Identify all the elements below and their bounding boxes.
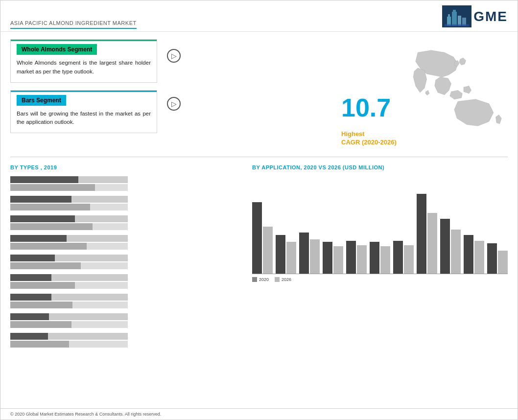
- vbar-pair-5: [370, 242, 390, 274]
- card-top-line-green: [11, 40, 157, 41]
- bar-group-7: [10, 313, 242, 330]
- vbar-2020-1: [276, 235, 285, 274]
- vbar-2020-3: [323, 242, 332, 274]
- vbar-2026-9: [474, 241, 484, 274]
- bars-card: Bars Segment Bars will be growing the fa…: [10, 90, 157, 134]
- vbar-2020-4: [346, 241, 356, 274]
- logo-icon: [445, 7, 469, 26]
- vbar-2020-2: [299, 233, 309, 274]
- cagr-value: 10.7: [341, 95, 397, 120]
- vbar-2026-4: [357, 245, 367, 274]
- vbar-2020-8: [440, 219, 450, 274]
- whole-almonds-header: Whole Almonds Segment: [17, 44, 97, 55]
- vbar-2026-7: [427, 213, 437, 274]
- bar-group-8: [10, 333, 242, 350]
- vbar-2026-10: [498, 251, 508, 274]
- cagr-label: HighestCAGR (2020-2026): [341, 130, 397, 147]
- bottom-section: BY TYPES , 2019 BY APPLICATION, 2020 VS …: [0, 157, 518, 408]
- vbar-pair-7: [417, 194, 437, 274]
- circle-arrow-1[interactable]: ▷: [167, 49, 181, 63]
- circle-arrow-2[interactable]: ▷: [167, 97, 181, 111]
- bars-text: Bars will be growing the fastest in the …: [17, 110, 151, 127]
- bar-fill-light-2: [10, 223, 93, 230]
- left-panel: Whole Almonds Segment Whole Almonds segm…: [10, 39, 157, 152]
- vbar-2026-0: [263, 227, 273, 274]
- legend-item-1: 2026: [275, 277, 291, 282]
- legend-item-0: 2020: [252, 277, 269, 282]
- vbar-pair-6: [393, 241, 414, 274]
- horizontal-bar-chart: [10, 176, 242, 352]
- vbar-2026-6: [404, 245, 414, 274]
- legend-color-0: [252, 277, 257, 282]
- bar-fill-dark-3: [10, 235, 67, 242]
- chart-legend: 20202026: [252, 277, 508, 282]
- vbar-2026-2: [310, 239, 320, 274]
- vbar-pair-1: [276, 235, 296, 274]
- vbar-pair-2: [299, 233, 320, 274]
- svg-rect-2: [452, 12, 457, 25]
- bar-fill-light-4: [10, 262, 81, 269]
- vbar-pair-8: [440, 219, 461, 274]
- map-container: 10.7 HighestCAGR (2020-2026): [341, 39, 508, 152]
- bar-fill-dark-5: [10, 274, 51, 281]
- vbar-2020-10: [487, 243, 497, 274]
- bar-group-2: [10, 215, 242, 232]
- top-section: Whole Almonds Segment Whole Almonds segm…: [0, 32, 518, 157]
- svg-rect-6: [445, 24, 469, 26]
- svg-rect-3: [453, 10, 456, 12]
- bar-fill-dark-4: [10, 255, 55, 261]
- vbar-2026-5: [380, 246, 390, 274]
- bar-fill-dark-7: [10, 313, 49, 320]
- asia-pacific-map: [380, 39, 518, 137]
- bar-group-1: [10, 196, 242, 212]
- bars-header: Bars Segment: [17, 95, 66, 106]
- bar-fill-light-8: [10, 341, 69, 348]
- bar-fill-light-6: [10, 302, 72, 308]
- whole-almonds-card: Whole Almonds Segment Whole Almonds segm…: [10, 39, 157, 83]
- bar-fill-dark-1: [10, 196, 71, 203]
- bar-group-6: [10, 294, 242, 310]
- vbar-pair-0: [252, 202, 273, 274]
- bar-fill-dark-2: [10, 215, 75, 222]
- market-title: ASIA PACIFIC ALMOND INGREDIENT MARKET: [10, 20, 137, 29]
- card-top-line-blue: [11, 91, 157, 92]
- vbar-2020-5: [370, 242, 379, 274]
- logo-box: [442, 5, 471, 27]
- vbar-2020-7: [417, 194, 426, 274]
- header: ASIA PACIFIC ALMOND INGREDIENT MARKET GM…: [0, 0, 518, 32]
- bar-group-3: [10, 235, 242, 252]
- bar-fill-light-1: [10, 204, 90, 210]
- header-title-area: ASIA PACIFIC ALMOND INGREDIENT MARKET: [10, 5, 137, 29]
- bar-fill-light-7: [10, 321, 71, 328]
- vbar-pair-4: [346, 241, 367, 274]
- bar-group-5: [10, 274, 242, 291]
- bar-fill-dark-8: [10, 333, 48, 340]
- vbar-pair-10: [487, 243, 508, 274]
- bar-fill-light-3: [10, 243, 87, 250]
- bar-group-4: [10, 255, 242, 271]
- legend-label-0: 2020: [259, 277, 269, 282]
- types-chart-section: BY TYPES , 2019: [10, 164, 242, 403]
- vbar-pair-9: [464, 235, 484, 274]
- vbar-2026-8: [451, 230, 461, 274]
- vbar-2026-3: [333, 246, 343, 274]
- footer: © 2020 Global Market Estimates Research …: [0, 408, 518, 420]
- bar-fill-light-0: [10, 184, 95, 191]
- footer-text: © 2020 Global Market Estimates Research …: [10, 412, 161, 417]
- whole-almonds-text: Whole Almonds segment is the largest sha…: [17, 59, 151, 76]
- vbar-pair-3: [323, 242, 343, 274]
- svg-rect-1: [448, 14, 450, 17]
- vertical-bar-chart: [252, 176, 508, 274]
- bar-fill-light-5: [10, 282, 75, 289]
- application-chart-title: BY APPLICATION, 2020 VS 2026 (USD MILLIO…: [252, 164, 508, 170]
- cagr-overlay: 10.7 HighestCAGR (2020-2026): [341, 105, 397, 147]
- middle-icons: ▷ ▷: [167, 39, 181, 152]
- logo-area: GME: [442, 5, 508, 27]
- vbar-2020-9: [464, 235, 473, 274]
- legend-label-1: 2026: [282, 277, 291, 282]
- application-chart-section: BY APPLICATION, 2020 VS 2026 (USD MILLIO…: [252, 164, 508, 403]
- legend-color-1: [275, 277, 280, 282]
- vbar-2026-1: [286, 242, 296, 274]
- bar-fill-dark-6: [10, 294, 51, 301]
- vbar-2020-0: [252, 202, 262, 274]
